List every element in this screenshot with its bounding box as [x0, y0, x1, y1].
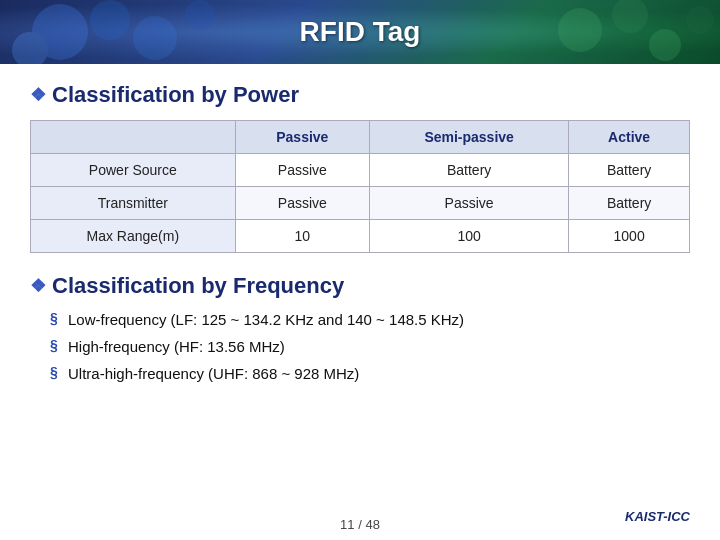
svg-point-6	[612, 0, 648, 33]
bullet-uhf: Ultra-high-frequency (UHF: 868 ~ 928 MHz…	[68, 365, 359, 382]
col-header-active: Active	[569, 121, 690, 154]
row-label-transmitter: Transmitter	[31, 187, 236, 220]
classification-frequency-section: ❖ Classification by Frequency Low-freque…	[30, 273, 690, 384]
col-header-semi-passive: Semi-passive	[369, 121, 568, 154]
col-header-empty	[31, 121, 236, 154]
page-number: 11 / 48	[340, 517, 380, 532]
cell-trans-active: Battery	[569, 187, 690, 220]
list-item: Ultra-high-frequency (UHF: 868 ~ 928 MHz…	[50, 363, 690, 384]
classification-power-heading: ❖ Classification by Power	[30, 82, 690, 108]
list-item: High-frequency (HF: 13.56 MHz)	[50, 336, 690, 357]
table-row: Power Source Passive Battery Battery	[31, 154, 690, 187]
svg-point-1	[90, 0, 130, 40]
frequency-list: Low-frequency (LF: 125 ~ 134.2 KHz and 1…	[30, 309, 690, 384]
cell-trans-semi: Passive	[369, 187, 568, 220]
classification-power-label: Classification by Power	[52, 82, 299, 108]
row-label-power-source: Power Source	[31, 154, 236, 187]
kaist-logo: KAIST-ICC	[625, 509, 690, 524]
cell-power-semi: Battery	[369, 154, 568, 187]
cell-range-active: 1000	[569, 220, 690, 253]
col-header-passive: Passive	[235, 121, 369, 154]
table-row: Max Range(m) 10 100 1000	[31, 220, 690, 253]
title-bar: RFID Tag	[0, 0, 720, 64]
row-label-max-range: Max Range(m)	[31, 220, 236, 253]
classification-frequency-heading: ❖ Classification by Frequency	[30, 273, 690, 299]
table-row: Transmitter Passive Passive Battery	[31, 187, 690, 220]
cell-power-passive: Passive	[235, 154, 369, 187]
cell-range-passive: 10	[235, 220, 369, 253]
classification-frequency-label: Classification by Frequency	[52, 273, 344, 299]
power-table: Passive Semi-passive Active Power Source…	[30, 120, 690, 253]
slide: RFID Tag ❖ Classification by Power Passi…	[0, 0, 720, 540]
list-item: Low-frequency (LF: 125 ~ 134.2 KHz and 1…	[50, 309, 690, 330]
svg-point-7	[649, 29, 681, 61]
diamond-icon-2: ❖	[30, 275, 46, 297]
svg-point-8	[686, 6, 714, 34]
cell-trans-passive: Passive	[235, 187, 369, 220]
bullet-hf: High-frequency (HF: 13.56 MHz)	[68, 338, 285, 355]
cell-power-active: Battery	[569, 154, 690, 187]
svg-point-2	[133, 16, 177, 60]
diamond-icon-1: ❖	[30, 84, 46, 106]
svg-point-5	[558, 8, 602, 52]
main-content: ❖ Classification by Power Passive Semi-p…	[0, 64, 720, 540]
svg-point-4	[185, 0, 215, 30]
slide-title: RFID Tag	[300, 16, 421, 48]
footer: 11 / 48 KAIST-ICC	[0, 517, 720, 532]
cell-range-semi: 100	[369, 220, 568, 253]
bullet-lf: Low-frequency (LF: 125 ~ 134.2 KHz and 1…	[68, 311, 464, 328]
table-header-row: Passive Semi-passive Active	[31, 121, 690, 154]
